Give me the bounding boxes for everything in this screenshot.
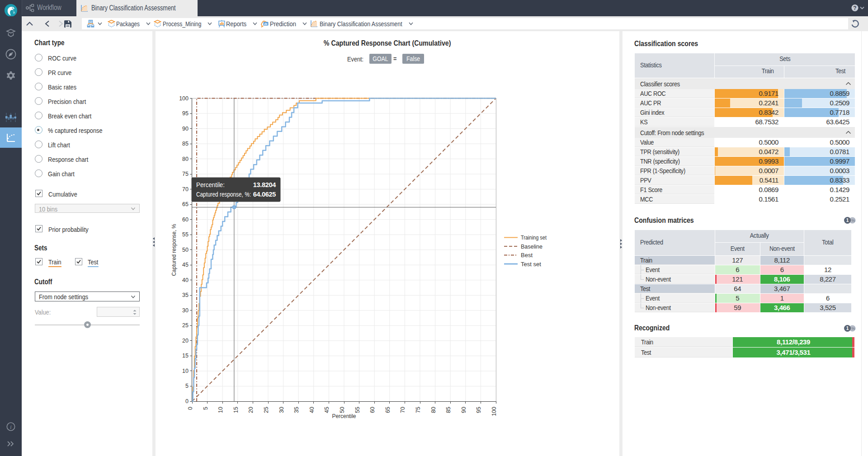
svg-text:5: 5 <box>185 383 189 389</box>
svg-text:55: 55 <box>354 407 361 413</box>
svg-text:70: 70 <box>182 186 189 193</box>
svg-text:95: 95 <box>182 110 189 117</box>
svg-text:1: 1 <box>846 326 849 331</box>
svg-text:10: 10 <box>182 368 189 374</box>
svg-text:65: 65 <box>182 201 189 207</box>
svg-text:30: 30 <box>182 307 189 314</box>
svg-text:25: 25 <box>182 322 189 329</box>
svg-text:45: 45 <box>324 407 330 413</box>
svg-text:90: 90 <box>461 407 467 413</box>
svg-text:Percentile:: Percentile: <box>196 181 225 188</box>
svg-text:%: % <box>851 218 855 223</box>
svg-text:40: 40 <box>182 277 189 283</box>
svg-text:15: 15 <box>233 407 239 413</box>
svg-text:100: 100 <box>179 95 189 102</box>
svg-text:65: 65 <box>385 407 391 413</box>
svg-text:70: 70 <box>400 407 406 413</box>
svg-text:100: 100 <box>491 407 497 416</box>
svg-text:90: 90 <box>182 126 189 132</box>
svg-text:40: 40 <box>309 407 315 413</box>
svg-text:55: 55 <box>182 231 189 238</box>
svg-text:50: 50 <box>182 247 189 253</box>
svg-text:25: 25 <box>263 407 269 413</box>
svg-text:45: 45 <box>182 262 189 268</box>
svg-text:80: 80 <box>182 156 189 162</box>
svg-text:50: 50 <box>339 407 345 413</box>
svg-text:i: i <box>10 424 11 430</box>
svg-text:80: 80 <box>430 407 437 413</box>
svg-text:35: 35 <box>293 407 300 413</box>
svg-text:0: 0 <box>187 407 193 410</box>
svg-text:30: 30 <box>278 407 285 413</box>
svg-text:85: 85 <box>445 407 452 413</box>
svg-text:5: 5 <box>203 407 209 410</box>
svg-text:Best: Best <box>521 252 533 259</box>
svg-text:20: 20 <box>182 338 189 344</box>
svg-text:Captured response, %:: Captured response, %: <box>196 191 251 198</box>
svg-text:20: 20 <box>248 407 254 413</box>
svg-text:75: 75 <box>182 171 189 177</box>
svg-text:35: 35 <box>182 292 189 298</box>
svg-text:Percentile: Percentile <box>332 413 356 419</box>
svg-text:60: 60 <box>369 407 376 413</box>
svg-text:Test set: Test set <box>521 261 541 268</box>
svg-text:Training set: Training set <box>521 234 547 241</box>
svg-text:%: % <box>851 326 855 331</box>
svg-text:75: 75 <box>415 407 421 413</box>
svg-text:0: 0 <box>185 398 189 404</box>
svg-text:10: 10 <box>217 407 224 413</box>
svg-text:13.8204: 13.8204 <box>253 181 276 188</box>
svg-text:?: ? <box>853 5 856 11</box>
svg-text:Baseline: Baseline <box>521 243 542 250</box>
svg-text:64.0625: 64.0625 <box>253 191 276 198</box>
svg-text:85: 85 <box>182 141 189 147</box>
svg-text:15: 15 <box>182 353 189 359</box>
svg-text:Captured response, %: Captured response, % <box>171 224 177 276</box>
svg-text:60: 60 <box>182 216 189 223</box>
svg-text:95: 95 <box>476 407 482 413</box>
svg-text:1: 1 <box>846 218 849 223</box>
